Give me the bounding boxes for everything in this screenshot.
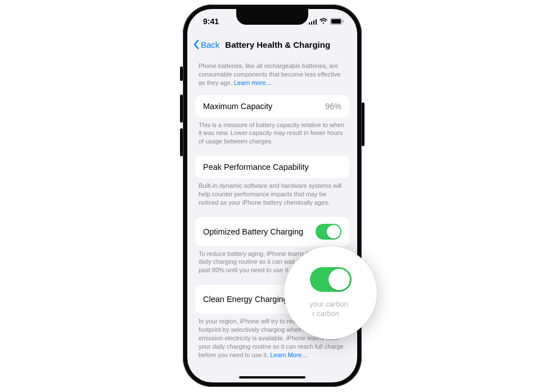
notch (236, 9, 308, 25)
cellular-icon (309, 19, 317, 25)
home-indicator[interactable] (239, 376, 305, 379)
clean-energy-learn-more-link[interactable]: Learn More… (270, 352, 308, 358)
chevron-left-icon (193, 39, 200, 49)
side-button-power (362, 102, 364, 146)
peak-performance-cell[interactable]: Peak Performance Capability (195, 156, 349, 178)
back-label: Back (201, 40, 219, 49)
wifi-icon (319, 18, 328, 25)
magnified-text: your carbon r carbon (298, 300, 363, 318)
maximum-capacity-value: 96% (325, 102, 341, 111)
peak-performance-footer: Built-in dynamic software and hardware s… (195, 178, 349, 217)
nav-bar: Back Battery Health & Charging (187, 34, 357, 55)
svg-rect-1 (331, 19, 341, 24)
optimized-charging-cell: Optimized Battery Charging (195, 217, 349, 246)
peak-performance-label: Peak Performance Capability (203, 163, 309, 172)
intro-learn-more-link[interactable]: Learn more… (234, 79, 272, 86)
maximum-capacity-footer: This is a measure of battery capacity re… (195, 118, 349, 156)
optimized-charging-label: Optimized Battery Charging (203, 227, 303, 236)
magnified-clean-energy-toggle[interactable] (310, 267, 352, 292)
maximum-capacity-label: Maximum Capacity (203, 102, 272, 111)
page-title: Battery Health & Charging (225, 40, 330, 49)
status-time: 9:41 (203, 17, 219, 26)
maximum-capacity-cell[interactable]: Maximum Capacity 96% (195, 95, 349, 118)
status-right (309, 18, 344, 25)
clean-energy-label: Clean Energy Charging (203, 295, 288, 304)
back-button[interactable]: Back (193, 39, 219, 49)
battery-icon (330, 18, 344, 25)
intro-text: Phone batteries, like all rechargeable b… (195, 55, 349, 95)
magnifier-callout: your carbon r carbon (284, 246, 377, 339)
optimized-charging-toggle[interactable] (316, 224, 341, 240)
svg-rect-2 (343, 20, 344, 22)
